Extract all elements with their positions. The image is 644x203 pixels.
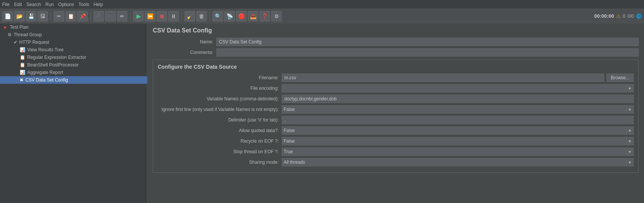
comments-row: Comments: — [153, 48, 639, 57]
sharing-mode-arrow[interactable]: ▼ — [626, 158, 634, 166]
test-plan-icon: 🔺 — [2, 25, 8, 30]
add-button[interactable]: ➕ — [93, 11, 104, 22]
sharing-mode-label: Sharing mode: — [158, 160, 279, 165]
edit-button[interactable]: ✏ — [117, 11, 127, 22]
menu-edit[interactable]: Edit — [14, 2, 22, 7]
new-button[interactable]: 📄 — [2, 11, 13, 22]
sidebar-item-regex-extractor[interactable]: 📋 Regular Expression Extractor — [0, 54, 147, 61]
view-results-icon: 📊 — [20, 47, 25, 52]
filename-row: Filename: Browse... — [158, 74, 634, 82]
sidebar-item-test-plan[interactable]: 🔺 Test Plan — [0, 23, 147, 31]
remove-button[interactable]: ➖ — [105, 11, 116, 22]
sidebar-tree: 🔺 Test Plan ⚙ Thread Group ✔ HTTP Reques… — [0, 23, 147, 203]
menubar: File Edit Search Run Options Tools Help — [0, 0, 644, 9]
filename-label: Filename: — [158, 75, 279, 80]
variable-names-row: Variable Names (comma-delimited): — [158, 95, 634, 103]
file-encoding-input[interactable] — [282, 84, 626, 92]
delimiter-row: Delimiter (use '\t' for tab): — [158, 116, 634, 124]
file-encoding-row: File encoding: ▼ — [158, 84, 634, 92]
csv-icon: ✖ — [20, 77, 23, 83]
menu-options[interactable]: Options — [58, 2, 74, 7]
variable-names-input[interactable] — [282, 95, 634, 103]
sep4 — [182, 12, 182, 21]
recycle-eof-row: Recycle on EOF ?: False True ▼ — [158, 137, 634, 145]
run-button[interactable]: ▶ — [133, 11, 144, 22]
stop-thread-eof-select[interactable]: True False — [282, 148, 626, 156]
main-layout: 🔺 Test Plan ⚙ Thread Group ✔ HTTP Reques… — [0, 23, 644, 203]
stop-button[interactable]: ⏹ — [157, 11, 167, 22]
remote-start-all-button[interactable]: 📡 — [224, 11, 235, 22]
name-row: Name: — [153, 38, 639, 46]
sidebar-item-aggregate-report[interactable]: 📊 Aggregate Report — [0, 69, 147, 76]
stop-thread-eof-label: Stop thread on EOF ?: — [158, 149, 279, 154]
http-request-icon: ✔ — [14, 40, 17, 45]
clear-all-button[interactable]: 🗑 — [196, 11, 207, 22]
menu-tools[interactable]: Tools — [78, 2, 89, 7]
sidebar-item-csv-data-set[interactable]: ✖ CSV Data Set Config — [0, 76, 147, 84]
toolbar: 📄 📂 💾 🖫 ✂ 📋 📌 ➕ ➖ ✏ ▶ ⏩ ⏹ ⏸ 🧹 🗑 🔍 📡 🛑 📤 … — [0, 9, 644, 23]
ignore-first-line-arrow[interactable]: ▼ — [626, 105, 634, 114]
thread-group-icon: ⚙ — [8, 32, 12, 37]
cut-button[interactable]: ✂ — [54, 11, 64, 22]
ignore-first-line-row: Ignore first line (only used if Variable… — [158, 105, 634, 114]
timer-display: 00:00:00 — [594, 13, 614, 19]
allow-quoted-label: Allow quoted data?: — [158, 128, 279, 133]
sharing-mode-wrapper: All threads Current thread group Current… — [282, 158, 634, 166]
delimiter-input[interactable] — [282, 116, 634, 124]
help-button[interactable]: ❓ — [259, 11, 270, 22]
sidebar-item-label: View Results Tree — [27, 47, 64, 52]
sep2 — [90, 12, 91, 21]
menu-run[interactable]: Run — [45, 2, 54, 7]
sidebar-item-beanshell[interactable]: 📋 BeanShell PostProcessor — [0, 61, 147, 69]
allow-quoted-arrow[interactable]: ▼ — [626, 126, 634, 135]
allow-quoted-row: Allow quoted data?: False True ▼ — [158, 126, 634, 135]
beanshell-icon: 📋 — [20, 62, 25, 68]
remote-stop-all-button[interactable]: 🛑 — [236, 11, 247, 22]
name-input[interactable] — [216, 38, 639, 46]
sidebar-item-label: CSV Data Set Config — [25, 77, 68, 83]
file-encoding-arrow[interactable]: ▼ — [626, 84, 634, 92]
save-button[interactable]: 💾 — [26, 11, 36, 22]
copy-button[interactable]: 📋 — [65, 11, 76, 22]
name-label: Name: — [153, 39, 213, 45]
recycle-eof-label: Recycle on EOF ?: — [158, 138, 279, 144]
menu-file[interactable]: File — [2, 2, 9, 7]
ignore-first-line-select[interactable]: False True — [282, 105, 626, 114]
settings-button[interactable]: ⚙ — [271, 11, 282, 22]
allow-quoted-select[interactable]: False True — [282, 126, 626, 135]
save-as-button[interactable]: 🖫 — [37, 11, 48, 22]
remote-exit-button[interactable]: 📤 — [248, 11, 258, 22]
shutdown-button[interactable]: ⏸ — [168, 11, 179, 22]
sidebar-item-label: Regular Expression Extractor — [27, 55, 86, 60]
sidebar-item-label: BeanShell PostProcessor — [27, 62, 79, 68]
sidebar-item-http-request[interactable]: ✔ HTTP Request — [0, 38, 147, 46]
recycle-eof-select[interactable]: False True — [282, 137, 626, 145]
sidebar-item-thread-group[interactable]: ⚙ Thread Group — [0, 31, 147, 38]
search-button[interactable]: 🔍 — [213, 11, 223, 22]
filename-input[interactable] — [282, 74, 604, 82]
file-encoding-select-wrapper: ▼ — [282, 84, 634, 92]
stop-thread-eof-arrow[interactable]: ▼ — [626, 148, 634, 156]
sidebar-item-label: HTTP Request — [19, 40, 49, 45]
browse-button[interactable]: Browse... — [607, 74, 634, 82]
warning-count: 0 — [623, 14, 625, 19]
regex-icon: 📋 — [20, 55, 25, 60]
menu-search[interactable]: Search — [26, 2, 41, 7]
sharing-mode-select[interactable]: All threads Current thread group Current… — [282, 158, 626, 166]
open-button[interactable]: 📂 — [14, 11, 25, 22]
recycle-eof-arrow[interactable]: ▼ — [626, 137, 634, 145]
sidebar-item-label: Test Plan — [10, 25, 28, 30]
clear-button[interactable]: 🧹 — [185, 11, 195, 22]
paste-button[interactable]: 📌 — [77, 11, 88, 22]
sep5 — [209, 12, 210, 21]
error-count: 0/0 — [627, 14, 634, 19]
sidebar-item-view-results-tree[interactable]: 📊 View Results Tree — [0, 46, 147, 54]
run-nopause-button[interactable]: ⏩ — [145, 11, 155, 22]
file-encoding-label: File encoding: — [158, 86, 279, 91]
csv-config-section: Configure the CSV Data Source Filename: … — [153, 60, 639, 173]
menu-help[interactable]: Help — [93, 2, 103, 7]
stop-thread-eof-row: Stop thread on EOF ?: True False ▼ — [158, 148, 634, 156]
comments-input[interactable] — [216, 48, 639, 57]
sharing-mode-row: Sharing mode: All threads Current thread… — [158, 158, 634, 166]
aggregate-icon: 📊 — [20, 70, 25, 75]
